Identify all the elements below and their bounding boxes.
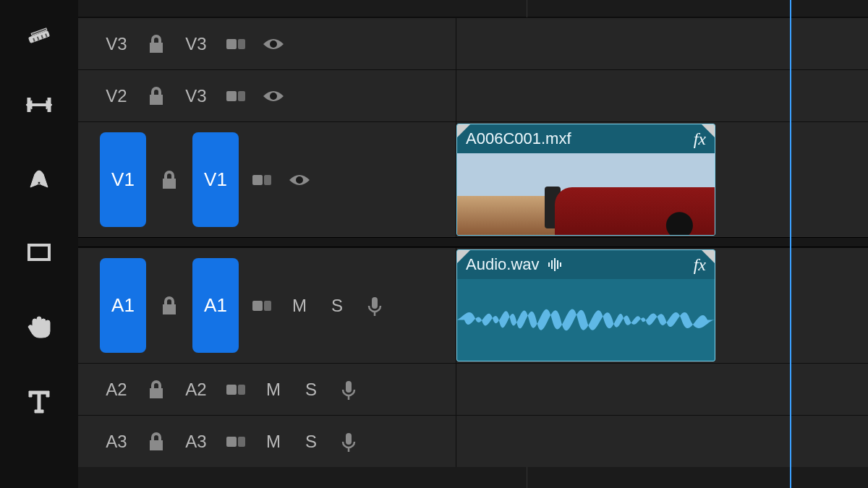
- microphone-icon: [337, 430, 360, 453]
- type-tool[interactable]: [22, 383, 56, 416]
- track-lane-a2[interactable]: [456, 364, 868, 415]
- svg-point-15: [270, 40, 277, 48]
- lock-toggle-v3[interactable]: [142, 30, 171, 59]
- mute-toggle-a3[interactable]: M: [259, 432, 288, 452]
- source-patch-v2[interactable]: V2: [100, 70, 133, 121]
- source-patch-a2[interactable]: A2: [100, 364, 133, 415]
- svg-rect-32: [238, 385, 245, 395]
- type-icon: [25, 385, 54, 414]
- pen-tool[interactable]: [22, 162, 56, 195]
- svg-rect-19: [252, 175, 263, 185]
- time-ruler[interactable]: [78, 0, 868, 17]
- razor-tool[interactable]: [22, 14, 56, 48]
- source-patch-v1[interactable]: V1: [100, 132, 146, 227]
- track-visibility-v1[interactable]: [285, 166, 314, 194]
- track-lane-a3[interactable]: [456, 416, 868, 467]
- lock-toggle-a2[interactable]: [142, 375, 171, 404]
- track-lane-v2[interactable]: [456, 70, 868, 121]
- track-header-v1: V1 V1: [78, 122, 456, 237]
- av-divider[interactable]: [78, 237, 868, 247]
- track-header-a3: A3 A3 M S: [78, 416, 456, 467]
- razor-icon: [25, 17, 54, 46]
- sync-lock-a2[interactable]: [221, 375, 250, 404]
- video-clip[interactable]: A006C001.mxf fx: [456, 124, 715, 236]
- track-v1: V1 V1 A006C001.mxf fx: [78, 121, 868, 237]
- voiceover-record-a2[interactable]: [334, 375, 363, 404]
- track-header-a2: A2 A2 M S: [78, 364, 456, 415]
- solo-toggle-a1[interactable]: S: [323, 296, 352, 316]
- audio-clip[interactable]: Audio.wav fx: [456, 249, 715, 361]
- voiceover-record-a1[interactable]: [360, 291, 389, 320]
- source-patch-a1[interactable]: A1: [100, 258, 146, 353]
- lock-icon: [145, 378, 168, 401]
- voiceover-record-a3[interactable]: [334, 427, 363, 456]
- lock-icon: [145, 85, 168, 108]
- lock-toggle-a3[interactable]: [142, 427, 171, 456]
- lock-toggle-v1[interactable]: [155, 166, 184, 194]
- mute-toggle-a1[interactable]: M: [285, 296, 314, 316]
- tool-rail: [0, 0, 78, 488]
- sync-lock-v1[interactable]: [247, 166, 276, 194]
- track-target-a2[interactable]: A2: [179, 364, 213, 415]
- eye-icon: [262, 85, 285, 108]
- svg-rect-36: [238, 437, 245, 447]
- lock-icon: [145, 33, 168, 56]
- solo-toggle-a3[interactable]: S: [297, 432, 326, 452]
- track-target-a3[interactable]: A3: [179, 416, 213, 467]
- track-target-v3[interactable]: V3: [179, 18, 213, 69]
- svg-rect-37: [346, 433, 352, 445]
- lock-icon: [158, 294, 181, 317]
- clip-waveform: [457, 279, 715, 361]
- fx-badge[interactable]: fx: [694, 129, 706, 149]
- rectangle-tool[interactable]: [22, 236, 56, 269]
- hand-tool[interactable]: [22, 309, 56, 343]
- track-visibility-v3[interactable]: [259, 30, 288, 59]
- sync-lock-a3[interactable]: [221, 427, 250, 456]
- lock-toggle-v2[interactable]: [142, 82, 171, 111]
- fx-badge[interactable]: fx: [694, 255, 706, 275]
- svg-rect-31: [226, 385, 237, 395]
- hand-icon: [25, 312, 54, 341]
- sync-lock-v2[interactable]: [221, 82, 250, 111]
- track-v2: V2 V3: [78, 69, 868, 121]
- clip-name: Audio.wav: [466, 255, 540, 274]
- timeline-panel: V3 V3 V2 V3: [78, 0, 868, 488]
- source-patch-a3[interactable]: A3: [100, 416, 133, 467]
- mute-toggle-a2[interactable]: M: [259, 380, 288, 400]
- svg-rect-35: [226, 437, 237, 447]
- track-visibility-v2[interactable]: [259, 82, 288, 111]
- filmstrip-icon: [250, 168, 273, 192]
- track-target-v2[interactable]: V3: [179, 70, 213, 121]
- track-header-a1: A1 A1 M S: [78, 248, 456, 363]
- track-header-v3: V3 V3: [78, 18, 456, 69]
- svg-rect-33: [346, 381, 352, 393]
- pen-icon: [25, 164, 54, 193]
- filmstrip-icon: [224, 85, 247, 108]
- source-patch-v3[interactable]: V3: [100, 18, 133, 69]
- svg-rect-12: [29, 245, 49, 260]
- track-lane-v1[interactable]: A006C001.mxf fx: [456, 122, 868, 237]
- ripple-edit-icon: [25, 90, 54, 119]
- track-lane-v3[interactable]: [456, 18, 868, 69]
- track-header-v2: V2 V3: [78, 70, 456, 121]
- sync-lock-a1[interactable]: [247, 291, 276, 320]
- svg-rect-20: [264, 175, 271, 185]
- track-target-a1[interactable]: A1: [192, 258, 239, 353]
- track-a3: A3 A3 M S: [78, 415, 868, 467]
- track-v3: V3 V3: [78, 17, 868, 69]
- track-target-v1[interactable]: V1: [192, 132, 239, 227]
- track-lane-a1[interactable]: Audio.wav fx: [456, 248, 868, 363]
- lock-toggle-a1[interactable]: [155, 291, 184, 320]
- clip-thumbnail: [457, 153, 715, 235]
- filmstrip-icon: [224, 378, 247, 401]
- sync-lock-v3[interactable]: [221, 30, 250, 59]
- svg-point-18: [270, 93, 277, 100]
- rectangle-icon: [25, 238, 54, 267]
- lock-icon: [158, 168, 181, 192]
- ripple-edit-tool[interactable]: [22, 88, 56, 121]
- solo-toggle-a2[interactable]: S: [297, 380, 326, 400]
- lock-icon: [145, 430, 168, 453]
- clip-titlebar: A006C001.mxf fx: [457, 124, 715, 153]
- svg-rect-17: [238, 91, 245, 101]
- microphone-icon: [363, 294, 386, 317]
